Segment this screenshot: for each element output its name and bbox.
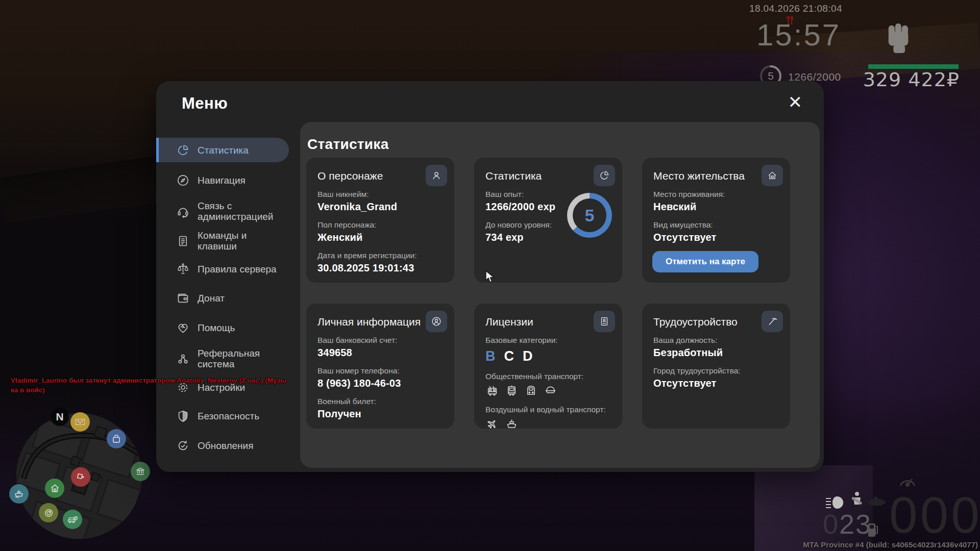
card-about-character: О персонаже Ваш никнейм: Veronika_Grand … [306,158,454,283]
sidebar-item-statistics[interactable]: Статистика [156,138,289,162]
field-label: Город трудоустройства: [653,366,779,375]
air-water-icons [485,417,611,431]
port-blip [9,484,29,504]
home-blip [45,479,64,498]
close-icon[interactable]: ✕ [788,93,803,111]
fuel-pump-icon [867,521,880,540]
compass-icon [176,173,190,187]
headset-icon [176,205,190,218]
field-value: 349658 [317,347,443,359]
license-c: C [504,348,514,364]
hud-clock: 15:57 [756,17,841,53]
license-d: D [523,348,533,364]
field-label: Ваш банковский счет: [317,336,443,345]
sidebar-item-commands[interactable]: Команды и клавиши [156,225,289,257]
hud-money: 329 422₽ [837,68,960,91]
market-blip [107,429,126,448]
sidebar-item-rules[interactable]: Правила сервера [156,257,289,281]
menu-title: Меню [182,94,228,113]
chat-line: Vladimir_Laurino был заткнут администрат… [11,375,297,385]
sidebar-item-admin-contact[interactable]: Связь с администрацией [156,195,289,227]
sidebar-item-updates[interactable]: Обновления [156,433,289,458]
field-value: 8 (963) 180-46-03 [317,378,443,389]
card-title: Статистика [485,170,611,182]
field-value: Отсутствует [653,378,779,389]
hud-datetime: 18.04.2026 21:08:04 [749,3,842,14]
user-circle-icon [426,311,447,332]
metro-icon [524,384,538,397]
public-transport-icons [485,384,611,397]
field-label: Место проживания: [653,190,779,199]
sidebar-item-navigation[interactable]: Навигация [156,168,289,192]
field-label: Общественный транспорт: [485,372,611,381]
field-label: Базовые категории: [485,336,611,345]
server-build-label: MTA Province #4 (build: s4065c4023r1436v… [803,540,978,549]
pie-chart-icon [594,165,615,186]
fuel-value: 023 [823,508,872,540]
sidebar-item-referral[interactable]: Реферальная система [156,343,289,374]
field-label: Дата и время регистрации: [317,251,443,260]
field-value: Невский [653,201,779,213]
waypoint-blip [71,467,90,487]
menu-content: Статистика О персонаже Ваш никнейм: Vero… [300,122,820,468]
referral-network-icon [176,352,190,366]
taxi-blip [70,412,90,432]
chat-line: ка в войс) [11,385,297,395]
person-icon [426,165,447,186]
card-title: Личная информация [317,316,443,328]
field-label: Военный билет: [317,397,443,406]
chat-log: Vladimir_Laurino был заткнут администрат… [11,375,297,395]
target-blip [39,503,58,522]
sidebar-item-help[interactable]: Помощь [156,315,289,340]
card-title: Трудоустройство [653,316,779,328]
field-value: 30.08.2025 19:01:43 [317,262,443,274]
content-heading: Статистика [307,136,389,153]
plane-icon [485,417,499,431]
field-label: Воздушный и водный транспорт: [485,405,611,414]
field-value: Veronika_Grand [317,201,443,213]
sidebar-item-donate[interactable]: Донат [156,286,289,310]
card-title: О персонаже [317,170,443,182]
license-doc-icon [594,311,615,332]
license-b: B [485,348,496,364]
mouse-cursor [484,270,496,286]
compass-north-badge: N [51,408,69,426]
fuel-pad-digit: 0 [823,509,839,539]
sidebar-item-security[interactable]: Безопасность [156,404,289,428]
field-value: Получен [317,408,443,420]
field-label: Вид имущества: [653,220,779,230]
pie-chart-icon [184,145,188,149]
field-value: Отсутствует [653,232,779,243]
bank-blip [131,462,150,481]
car-rent-blip [63,510,82,529]
field-value: Женский [317,232,443,243]
commands-list-icon [176,234,190,248]
pickaxe-icon [762,311,783,332]
card-title: Место жительства [653,170,779,182]
field-label: Ваша должность: [653,336,779,345]
wallet-icon [176,291,190,305]
speed-value: 000 [889,486,975,544]
card-title: Лицензии [485,316,611,328]
card-licenses: Лицензии Базовые категории: B C D Общест… [474,304,622,429]
card-personal-info: Личная информация Ваш банковский счет: 3… [306,304,454,429]
house-icon [762,165,783,186]
minimap: N [16,413,142,539]
field-label: Пол персонажа: [317,220,443,230]
shield-icon [176,409,190,423]
trolleybus-icon [485,384,499,397]
field-value: Безработный [653,347,779,359]
mark-on-map-button[interactable]: Отметить на карте [652,251,758,272]
tram-icon [505,384,519,397]
card-statistics: Статистика Ваш опыт: 1266/2000 exp До но… [474,158,622,283]
license-categories: B C D [485,348,611,364]
exp-ring-level: 5 [567,193,612,238]
captain-cap-icon [544,384,557,397]
scales-icon [176,262,190,276]
ship-icon [505,417,519,431]
fist-icon [884,20,914,57]
field-label: Ваш никнейм: [317,190,443,199]
update-check-icon [176,439,190,453]
heart-handshake-icon [176,321,190,335]
field-label: Ваш номер телефона: [317,366,443,375]
